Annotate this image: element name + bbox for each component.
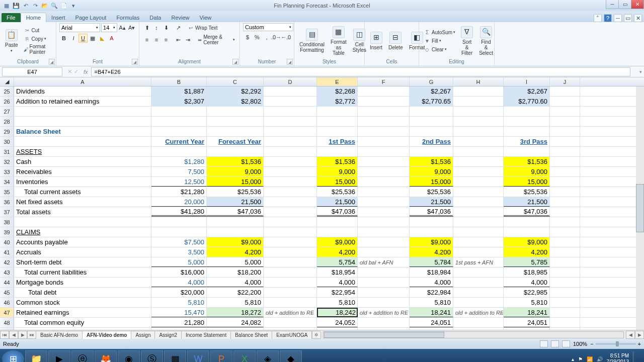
cell-h35[interactable] — [453, 187, 504, 197]
cell-a43[interactable]: Total current liabilities — [14, 267, 151, 277]
row-header[interactable]: 29 — [0, 127, 14, 136]
cell-b37[interactable]: $41,280 — [151, 207, 207, 217]
cell-h38[interactable] — [453, 217, 504, 227]
cell-b41[interactable]: 3,500 — [151, 247, 207, 257]
row-header[interactable]: 49 — [0, 328, 14, 330]
cell-a38[interactable] — [14, 217, 151, 227]
cell-a49[interactable]: Total liabilities + equity — [14, 328, 151, 330]
cell-j34[interactable] — [550, 177, 580, 187]
cell-i49[interactable]: $47,036 — [504, 328, 550, 330]
cell-i25[interactable]: $2,267 — [504, 86, 550, 96]
taskbar-ie[interactable]: ⓔ — [71, 350, 94, 362]
cell-g30[interactable]: 2nd Pass — [410, 137, 453, 146]
format-as-table-button[interactable]: ▦Format as Table — [329, 25, 349, 57]
cell-j35[interactable] — [550, 187, 580, 197]
save-icon[interactable]: 💾 — [12, 2, 20, 10]
cell-i37[interactable]: $47,036 — [504, 207, 550, 217]
row-header[interactable]: 33 — [0, 167, 14, 176]
cell-c42[interactable]: 5,000 — [207, 257, 264, 267]
cell-i34[interactable]: 15,000 — [504, 177, 550, 187]
sheet-tab[interactable]: Income Statement — [181, 331, 231, 339]
cell-e25[interactable]: $2,268 — [317, 86, 358, 96]
sheet-tab[interactable]: AFN-Video demo — [82, 331, 131, 339]
cell-c47[interactable]: 18,272 — [207, 308, 264, 317]
cell-d37[interactable] — [264, 207, 317, 217]
row-header[interactable]: 44 — [0, 278, 14, 287]
format-painter-button[interactable]: 🖌Format Painter — [22, 43, 53, 55]
cell-a48[interactable]: Total common equity — [14, 318, 151, 327]
cell-i33[interactable]: 9,000 — [504, 167, 550, 176]
cell-b25[interactable]: $1,887 — [151, 86, 207, 96]
cancel-formula-icon[interactable]: ✕ — [67, 68, 72, 75]
cell-c28[interactable] — [207, 117, 264, 126]
cell-d31[interactable] — [264, 147, 317, 156]
autosum-button[interactable]: ΣAutoSum▾ — [422, 28, 457, 36]
horizontal-scrollbar[interactable] — [323, 331, 624, 338]
cell-j43[interactable] — [550, 267, 580, 277]
cell-b47[interactable]: 15,470 — [151, 308, 207, 317]
zoom-slider[interactable] — [596, 343, 636, 345]
increase-decimal-button[interactable]: .0→ — [272, 33, 281, 42]
cell-j25[interactable] — [550, 86, 580, 96]
sheet-tab[interactable]: Basic AFN-demo — [36, 331, 83, 339]
cell-h46[interactable] — [453, 298, 504, 307]
sheet-tab[interactable]: Assign — [131, 331, 155, 339]
cell-h41[interactable] — [453, 247, 504, 257]
row-header[interactable]: 43 — [0, 267, 14, 277]
cell-f43[interactable] — [358, 267, 410, 277]
cell-e31[interactable] — [317, 147, 358, 156]
tray-flag-icon[interactable]: ⚑ — [578, 356, 583, 362]
cell-d39[interactable] — [264, 227, 317, 237]
cell-e33[interactable]: 9,000 — [317, 167, 358, 176]
cell-g43[interactable]: $18,984 — [410, 267, 453, 277]
enter-formula-icon[interactable]: ✓ — [74, 68, 78, 75]
cell-i38[interactable] — [504, 217, 550, 227]
cell-e34[interactable]: 15,000 — [317, 177, 358, 187]
cell-j41[interactable] — [550, 247, 580, 257]
vertical-scrollbar[interactable] — [636, 86, 644, 330]
cell-j36[interactable] — [550, 197, 580, 207]
cell-c43[interactable]: $18,200 — [207, 267, 264, 277]
cell-d44[interactable] — [264, 278, 317, 287]
cell-j47[interactable] — [550, 308, 580, 317]
doc-close-icon[interactable]: ✕ — [634, 14, 642, 22]
tab-nav-last[interactable]: ⏭ — [27, 331, 36, 339]
col-header-c[interactable]: C — [207, 77, 264, 86]
cell-h49[interactable] — [453, 328, 504, 330]
taskbar-explorer[interactable]: 📁 — [25, 350, 47, 362]
cell-f39[interactable] — [358, 227, 410, 237]
row-header[interactable]: 34 — [0, 177, 14, 187]
cell-b43[interactable]: $16,000 — [151, 267, 207, 277]
cell-j45[interactable] — [550, 288, 580, 297]
cell-i40[interactable]: $9,000 — [504, 237, 550, 247]
cell-c39[interactable] — [207, 227, 264, 237]
cell-h29[interactable] — [453, 127, 504, 136]
cell-h27[interactable] — [453, 107, 504, 116]
cell-g31[interactable] — [410, 147, 453, 156]
cell-d30[interactable] — [264, 137, 317, 146]
cell-j46[interactable] — [550, 298, 580, 307]
cell-j32[interactable] — [550, 157, 580, 166]
insert-cells-button[interactable]: ⊞Insert — [368, 31, 384, 51]
cell-a28[interactable] — [14, 117, 151, 126]
cell-i39[interactable] — [504, 227, 550, 237]
tray-volume-icon[interactable]: 🔊 — [597, 356, 603, 362]
col-header-g[interactable]: G — [410, 77, 453, 86]
cell-c49[interactable]: $46,282 — [207, 328, 264, 330]
select-all-corner[interactable]: ◢ — [0, 77, 14, 86]
cell-c29[interactable] — [207, 127, 264, 136]
col-header-i[interactable]: I — [504, 77, 550, 86]
cell-i26[interactable]: $2,770.60 — [504, 97, 550, 106]
row-header[interactable]: 37 — [0, 207, 14, 217]
new-sheet-button[interactable]: ✲ — [312, 331, 321, 339]
cell-a35[interactable]: Total current assets — [14, 187, 151, 197]
col-header-e[interactable]: E — [317, 77, 358, 86]
align-center-button[interactable]: ≡ — [152, 35, 161, 44]
cell-b33[interactable]: 7,500 — [151, 167, 207, 176]
cell-g25[interactable]: $2,267 — [410, 86, 453, 96]
taskbar-skype[interactable]: Ⓢ — [141, 350, 163, 362]
taskbar-excel[interactable]: X — [233, 350, 256, 362]
cell-f41[interactable] — [358, 247, 410, 257]
cell-c40[interactable]: $9,000 — [207, 237, 264, 247]
cell-a41[interactable]: Accruals — [14, 247, 151, 257]
